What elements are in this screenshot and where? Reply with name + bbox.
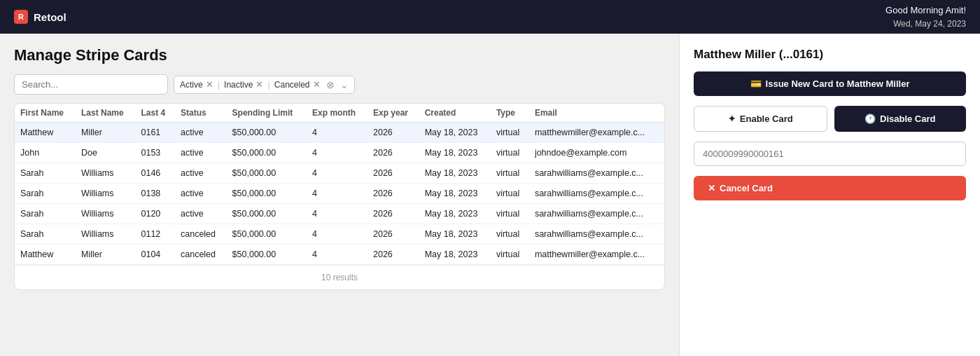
cell-last4: 0161 (135, 123, 175, 143)
cell-exp-month: 4 (307, 245, 368, 265)
cell-limit: $50,000.00 (227, 143, 307, 163)
cell-limit: $50,000.00 (227, 224, 307, 245)
logo-icon: R (14, 10, 28, 24)
table-row[interactable]: John Doe 0153 active $50,000.00 4 2026 M… (15, 143, 664, 163)
cell-status: active (175, 163, 227, 184)
filter-tag-canceled-remove[interactable]: ✕ (313, 80, 321, 89)
cell-status: active (175, 204, 227, 224)
cell-last4: 0104 (135, 245, 175, 265)
cell-email: sarahwilliams@example.c... (529, 163, 664, 184)
cancel-card-section: ✕ Cancel Card (694, 176, 966, 200)
issue-card-label: Issue New Card to Matthew Miller (766, 78, 910, 89)
col-spending-limit: Spending Limit (227, 104, 307, 123)
cell-type: virtual (491, 163, 529, 184)
separator-1: | (218, 79, 220, 90)
credit-card-icon: 💳 (750, 78, 762, 89)
cell-type: virtual (491, 204, 529, 224)
filter-clear-button[interactable]: ⊗ (326, 79, 335, 90)
cell-limit: $50,000.00 (227, 245, 307, 265)
cell-last4: 0120 (135, 204, 175, 224)
table-row[interactable]: Sarah Williams 0120 active $50,000.00 4 … (15, 204, 664, 224)
cell-created: May 18, 2023 (419, 204, 491, 224)
filter-tag-canceled: Canceled ✕ (274, 80, 321, 90)
enable-card-label: Enable Card (740, 114, 793, 124)
table-row[interactable]: Matthew Miller 0104 canceled $50,000.00 … (15, 245, 664, 265)
cell-exp-month: 4 (307, 123, 368, 143)
filter-tags-container: Active ✕ | Inactive ✕ | Canceled ✕ ⊗ ⌄ (174, 76, 355, 94)
col-last-name: Last Name (76, 104, 136, 123)
col-email: Email (529, 104, 664, 123)
cell-status: active (175, 184, 227, 204)
filter-tag-active: Active ✕ (180, 80, 214, 90)
cell-last: Williams (76, 163, 136, 184)
cell-type: virtual (491, 224, 529, 245)
cell-type: virtual (491, 123, 529, 143)
cell-last4: 0153 (135, 143, 175, 163)
card-number-input[interactable] (694, 142, 966, 166)
table-header-row: First Name Last Name Last 4 Status Spend… (15, 104, 664, 123)
filter-tag-canceled-label: Canceled (274, 80, 310, 90)
cell-exp-month: 4 (307, 204, 368, 224)
table-row[interactable]: Sarah Williams 0112 canceled $50,000.00 … (15, 224, 664, 245)
col-last4: Last 4 (135, 104, 175, 123)
cell-status: active (175, 143, 227, 163)
disable-card-label: Disable Card (880, 114, 935, 124)
cell-email: johndoe@example.com (529, 143, 664, 163)
cell-created: May 18, 2023 (419, 143, 491, 163)
cell-first: Sarah (15, 163, 76, 184)
date: Wed, May 24, 2023 (886, 18, 966, 30)
cell-limit: $50,000.00 (227, 163, 307, 184)
cell-type: virtual (491, 184, 529, 204)
cell-type: virtual (491, 143, 529, 163)
cell-first: Matthew (15, 123, 76, 143)
cell-last4: 0138 (135, 184, 175, 204)
disable-card-button[interactable]: 🕐 Disable Card (834, 106, 967, 132)
cell-first: John (15, 143, 76, 163)
cell-exp-year: 2026 (368, 245, 419, 265)
cancel-card-label: Cancel Card (720, 183, 773, 193)
right-panel: Matthew Miller (...0161) 💳 Issue New Car… (679, 34, 980, 356)
separator-2: | (267, 79, 270, 90)
col-created: Created (419, 104, 491, 123)
enable-card-button[interactable]: ✦ Enable Card (694, 106, 827, 132)
cell-exp-year: 2026 (368, 143, 419, 163)
table-row[interactable]: Sarah Williams 0146 active $50,000.00 4 … (15, 163, 664, 184)
filter-tag-active-label: Active (180, 80, 203, 90)
logo: R Retool (14, 10, 66, 24)
cell-status: canceled (175, 245, 227, 265)
topnav: R Retool Good Morning Amit! Wed, May 24,… (0, 0, 980, 34)
search-filter-row: Active ✕ | Inactive ✕ | Canceled ✕ ⊗ ⌄ (14, 74, 665, 95)
cell-exp-month: 4 (307, 184, 368, 204)
cell-exp-year: 2026 (368, 224, 419, 245)
cell-last: Williams (76, 204, 136, 224)
table-row[interactable]: Sarah Williams 0138 active $50,000.00 4 … (15, 184, 664, 204)
enable-icon: ✦ (728, 114, 736, 124)
cell-exp-year: 2026 (368, 163, 419, 184)
filter-tag-inactive-label: Inactive (224, 80, 253, 90)
cell-created: May 18, 2023 (419, 245, 491, 265)
search-input[interactable] (14, 74, 168, 95)
cell-last: Williams (76, 184, 136, 204)
cell-status: active (175, 123, 227, 143)
topnav-right: Good Morning Amit! Wed, May 24, 2023 (886, 4, 966, 30)
col-type: Type (491, 104, 529, 123)
filter-tag-inactive-remove[interactable]: ✕ (255, 80, 263, 89)
col-exp-month: Exp month (307, 104, 368, 123)
table-wrapper: First Name Last Name Last 4 Status Spend… (14, 103, 665, 290)
cell-email: matthewmiller@example.c... (529, 245, 664, 265)
filter-tag-active-remove[interactable]: ✕ (206, 80, 214, 89)
cell-exp-year: 2026 (368, 123, 419, 143)
issue-card-button[interactable]: 💳 Issue New Card to Matthew Miller (694, 71, 966, 96)
cell-created: May 18, 2023 (419, 163, 491, 184)
cancel-card-button[interactable]: ✕ Cancel Card (694, 176, 966, 200)
col-status: Status (175, 104, 227, 123)
main-layout: Manage Stripe Cards Active ✕ | Inactive … (0, 34, 980, 356)
cell-last: Miller (76, 123, 136, 143)
cell-created: May 18, 2023 (419, 184, 491, 204)
panel-title: Matthew Miller (...0161) (694, 48, 966, 62)
table-row[interactable]: Matthew Miller 0161 active $50,000.00 4 … (15, 123, 664, 143)
cell-exp-month: 4 (307, 143, 368, 163)
col-first-name: First Name (15, 104, 76, 123)
cell-first: Sarah (15, 224, 76, 245)
cell-first: Sarah (15, 204, 76, 224)
